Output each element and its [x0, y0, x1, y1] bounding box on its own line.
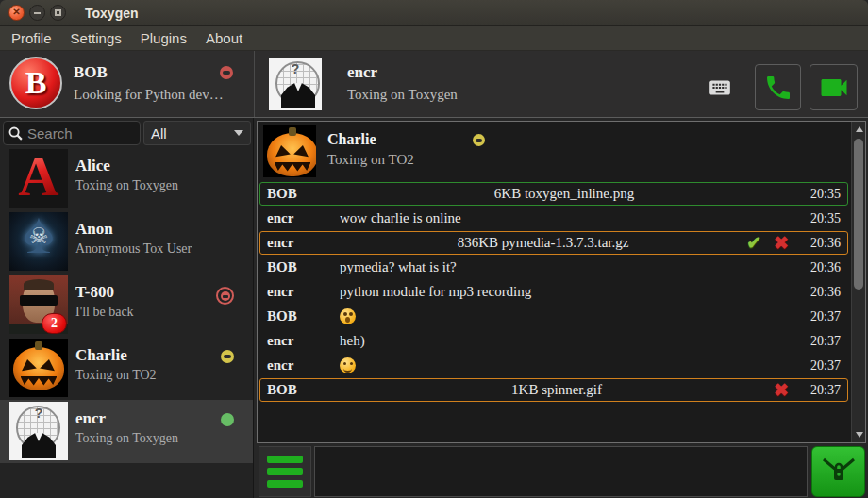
close-icon[interactable] [8, 5, 25, 21]
contact-list-item[interactable]: encr Toxing on Toxygen [0, 400, 253, 463]
message-row: encr 836KB pymedia-1.3.7.3.tar.gz ✔✖ 20:… [259, 231, 848, 255]
message-row: BOB 6KB toxygen_inline.png 20:35 [259, 182, 848, 206]
contact-status-icon [221, 350, 234, 363]
message-text: pymedia? what is it? [340, 259, 789, 275]
contact-avatar [9, 339, 68, 397]
contact-status-message: Toxing on TO2 [75, 368, 157, 383]
self-status-icon[interactable] [220, 66, 233, 79]
message-sender: encr [260, 284, 340, 300]
self-status-message[interactable]: Looking for Python dev… [74, 87, 224, 103]
contact-status-message: I'll be back [75, 305, 134, 320]
contact-avatar [9, 212, 68, 271]
chat-contact-status-message: Toxing on TO2 [327, 152, 414, 168]
message-text: 6KB toxygen_inline.png [340, 186, 789, 202]
contact-list-item[interactable]: T-800 I'll be back 2 [0, 274, 253, 337]
phone-icon [763, 73, 793, 103]
message-sender: BOB [260, 186, 340, 202]
message-text [340, 356, 789, 375]
contact-list: A Alice Toxing on Toxygen Anon Anonymous… [0, 147, 253, 463]
videocam-icon [817, 71, 851, 105]
contact-status-message: Toxing on Toxygen [75, 178, 178, 193]
message-time: 20:37 [798, 334, 847, 349]
chat-scrollbar[interactable] [851, 122, 865, 442]
audio-call-button[interactable] [755, 64, 801, 110]
search-box [3, 121, 141, 145]
maximize-icon[interactable] [50, 5, 66, 21]
contact-filter-value: All [151, 125, 234, 141]
message-row: BOB 1KB spinner.gif ✖ 20:37 [259, 378, 848, 402]
contact-status-message: Anonymous Tox User [75, 241, 192, 257]
message-sender: encr [260, 210, 340, 226]
contact-filter-dropdown[interactable]: All [143, 121, 251, 145]
contact-name: Alice [75, 157, 178, 175]
search-icon [8, 125, 24, 141]
active-contact-status-message: Toxing on Toxygen [347, 87, 458, 103]
self-avatar[interactable]: B [9, 57, 62, 109]
send-lock-icon [820, 455, 858, 489]
contact-avatar [9, 402, 68, 460]
chevron-down-icon [234, 130, 243, 136]
avatar-shape: A [9, 149, 68, 208]
file-actions: ✖ [774, 381, 789, 399]
contact-name: Anon [75, 220, 192, 239]
contact-status-icon [216, 287, 234, 305]
smile-emoji [340, 357, 356, 374]
minimize-icon[interactable] [29, 5, 45, 21]
message-row: BOB pymedia? what is it? 20:36 [259, 256, 848, 279]
scrollbar-thumb[interactable] [854, 139, 863, 290]
unread-badge: 2 [42, 313, 67, 334]
active-contact-avatar [269, 58, 322, 110]
message-sender: encr [260, 333, 340, 349]
message-text [340, 307, 789, 326]
menu-settings[interactable]: Settings [71, 30, 122, 46]
sidebar: All A Alice Toxing on Toxygen Anon Anony… [0, 118, 254, 498]
message-sender: encr [260, 357, 340, 374]
hamburger-icon [267, 456, 303, 463]
decline-file-button[interactable]: ✖ [774, 234, 789, 252]
video-call-button[interactable] [810, 64, 858, 110]
contact-avatar: A [9, 149, 68, 208]
accept-file-button[interactable]: ✔ [746, 234, 761, 252]
menu-about[interactable]: About [206, 30, 242, 46]
active-contact-name: encr [347, 63, 377, 82]
message-row: encr python module for mp3 recording 20:… [259, 280, 848, 304]
contact-name: Charlie [75, 346, 157, 365]
message-time: 20:36 [798, 260, 847, 275]
hamburger-icon [267, 480, 303, 488]
chat-menu-button[interactable] [259, 446, 311, 497]
message-time: 20:35 [798, 211, 847, 226]
contact-status-icon [221, 413, 234, 426]
message-text: 1KB spinner.gif [340, 382, 774, 398]
self-name[interactable]: BOB [74, 63, 108, 82]
message-text: wow charlie is online [340, 210, 789, 226]
contact-name: encr [75, 409, 178, 428]
contact-list-item[interactable]: Charlie Toxing on TO2 [0, 337, 253, 400]
contact-list-item[interactable]: A Alice Toxing on Toxygen [0, 147, 253, 210]
menu-plugins[interactable]: Plugins [141, 30, 187, 46]
menubar: Profile Settings Plugins About [0, 26, 868, 51]
triangle-up-icon [856, 126, 863, 132]
message-time: 20:37 [798, 309, 847, 324]
message-input[interactable] [314, 446, 808, 497]
message-text: python module for mp3 recording [340, 284, 789, 300]
scroll-up-button[interactable] [852, 122, 866, 137]
scroll-down-button[interactable] [852, 427, 866, 442]
message-row: BOB 20:37 [259, 305, 848, 328]
menu-profile[interactable]: Profile [11, 30, 52, 46]
message-row: encr wow charlie is online 20:35 [259, 207, 848, 230]
chat-contact-header: Charlie Toxing on TO2 [258, 122, 865, 180]
message-time: 20:35 [798, 187, 847, 202]
chat-contact-status-icon [473, 134, 485, 146]
avatar-shape [20, 295, 58, 306]
send-button[interactable] [811, 446, 865, 497]
contact-list-item[interactable]: Anon Anonymous Tox User [0, 210, 253, 274]
titlebar: Toxygen [0, 0, 868, 26]
message-sender: BOB [260, 382, 340, 398]
decline-file-button[interactable]: ✖ [774, 381, 789, 399]
screen-keyboard-button[interactable] [700, 75, 740, 101]
chat-contact-name: Charlie [327, 131, 414, 148]
message-row: encr heh) 20:37 [259, 329, 848, 353]
hamburger-icon [267, 468, 303, 475]
chat-contact-avatar [263, 124, 316, 177]
search-input[interactable] [27, 125, 136, 141]
